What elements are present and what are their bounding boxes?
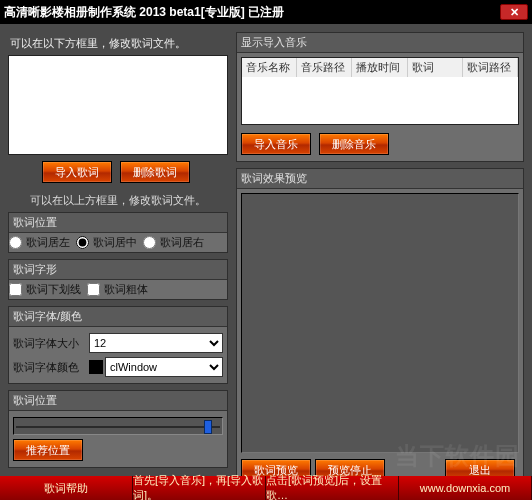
th-path: 音乐路径 (297, 58, 352, 77)
radio-pos-left[interactable]: 歌词居左 (9, 235, 70, 250)
th-lyric: 歌词 (408, 58, 463, 77)
color-swatch-icon (89, 360, 103, 374)
lyric-font-panel: 歌词字体/颜色 歌词字体大小 12 歌词字体颜色 clWindow (8, 306, 228, 384)
window-title: 高清晰影楼相册制作系统 2013 beta1[专业版] 已注册 (4, 4, 500, 21)
check-bold[interactable]: 歌词粗体 (87, 282, 148, 297)
import-music-button[interactable]: 导入音乐 (241, 133, 311, 155)
hint-above: 可以在以下方框里，修改歌词文件。 (8, 32, 228, 55)
music-table[interactable]: 音乐名称 音乐路径 播放时间 歌词 歌词路径 (241, 57, 519, 125)
panel-header: 歌词位置 (9, 213, 227, 233)
font-size-select[interactable]: 12 (89, 333, 223, 353)
status-step1: 首先[导入音乐]，再[导入歌词]。 (133, 476, 266, 500)
font-color-label: 歌词字体颜色 (13, 360, 83, 375)
status-source: www.downxia.com (399, 476, 532, 500)
recommend-position-button[interactable]: 推荐位置 (13, 439, 83, 461)
lyric-position-panel: 歌词位置 歌词居左 歌词居中 歌词居右 (8, 212, 228, 253)
status-bar: 歌词帮助 首先[导入音乐]，再[导入歌词]。 点击[歌词预览]后，设置歌… ww… (0, 476, 532, 500)
position-slider[interactable] (13, 417, 223, 435)
music-panel: 显示导入音乐 音乐名称 音乐路径 播放时间 歌词 歌词路径 导入音乐 删除音 (236, 32, 524, 162)
table-header: 音乐名称 音乐路径 播放时间 歌词 歌词路径 (242, 58, 518, 77)
slider-thumb[interactable] (204, 420, 212, 434)
panel-header: 歌词字体/颜色 (9, 307, 227, 327)
hint-below: 可以在以上方框里，修改歌词文件。 (8, 189, 228, 212)
th-time: 播放时间 (352, 58, 407, 77)
font-size-label: 歌词字体大小 (13, 336, 83, 351)
delete-music-button[interactable]: 删除音乐 (319, 133, 389, 155)
preview-panel: 歌词效果预览 歌词预览 预览停止 退出 (236, 168, 524, 488)
import-lyric-button[interactable]: 导入歌词 (42, 161, 112, 183)
status-step2: 点击[歌词预览]后，设置歌… (266, 476, 399, 500)
status-help: 歌词帮助 (0, 476, 133, 500)
font-color-select[interactable]: clWindow (105, 357, 223, 377)
panel-header: 歌词字形 (9, 260, 227, 280)
lyric-slider-panel: 歌词位置 推荐位置 (8, 390, 228, 468)
radio-pos-right[interactable]: 歌词居右 (143, 235, 204, 250)
close-button[interactable]: ✕ (500, 4, 528, 20)
panel-header: 显示导入音乐 (237, 33, 523, 53)
panel-header: 歌词位置 (9, 391, 227, 411)
panel-header: 歌词效果预览 (237, 169, 523, 189)
th-lyric-path: 歌词路径 (463, 58, 518, 77)
lyric-style-panel: 歌词字形 歌词下划线 歌词粗体 (8, 259, 228, 300)
titlebar: 高清晰影楼相册制作系统 2013 beta1[专业版] 已注册 ✕ (0, 0, 532, 24)
lyric-textarea[interactable] (8, 55, 228, 155)
th-name: 音乐名称 (242, 58, 297, 77)
app-window: 高清晰影楼相册制作系统 2013 beta1[专业版] 已注册 ✕ 可以在以下方… (0, 0, 532, 500)
check-underline[interactable]: 歌词下划线 (9, 282, 81, 297)
close-icon: ✕ (510, 6, 519, 19)
preview-area (241, 193, 519, 453)
delete-lyric-button[interactable]: 删除歌词 (120, 161, 190, 183)
radio-pos-center[interactable]: 歌词居中 (76, 235, 137, 250)
